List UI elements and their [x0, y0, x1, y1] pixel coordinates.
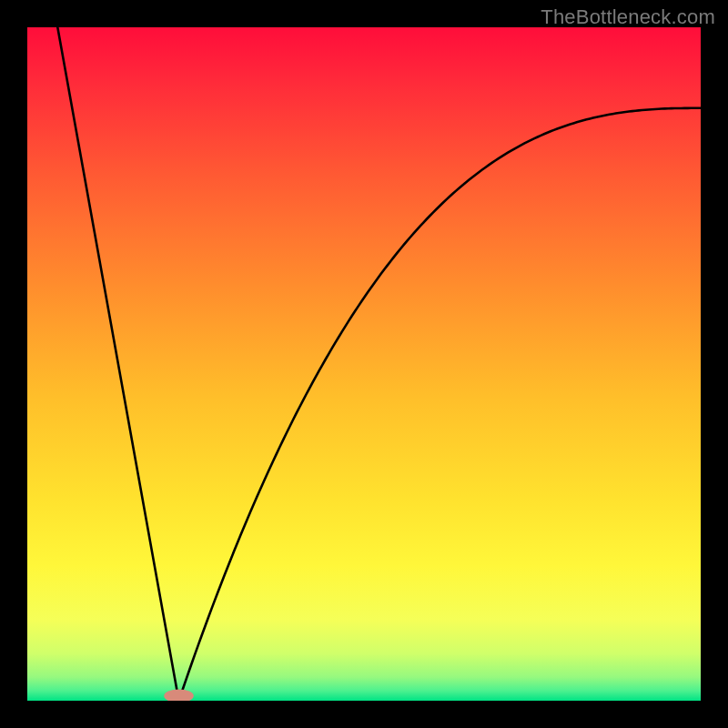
- gradient-background: [27, 27, 701, 701]
- watermark-text: TheBottleneck.com: [541, 5, 715, 29]
- bottleneck-chart: [27, 27, 701, 701]
- chart-container: { "watermark": "TheBottleneck.com", "cha…: [0, 0, 728, 728]
